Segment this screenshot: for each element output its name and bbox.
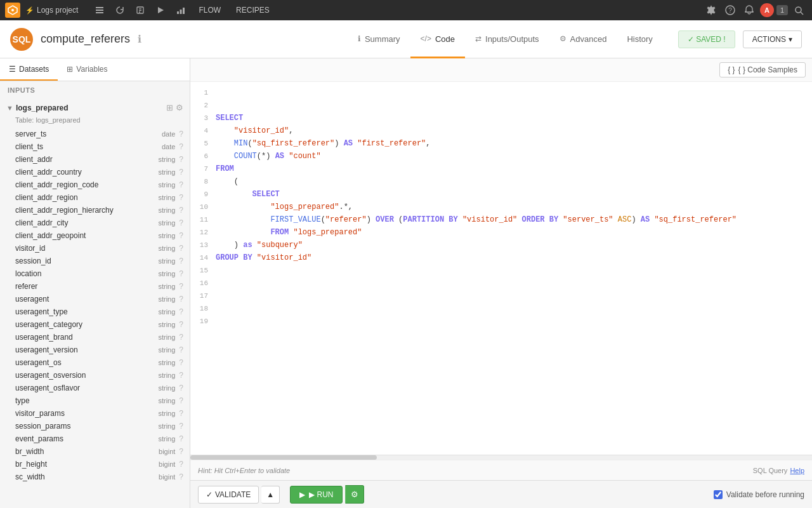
nav-logo-icon[interactable]: ⚡ — [25, 6, 34, 15]
field-row: client_addr string ? — [0, 153, 190, 166]
field-row: event_params string ? — [0, 432, 190, 445]
field-help-icon[interactable]: ? — [179, 447, 183, 456]
recipe-info-icon[interactable]: ℹ — [138, 33, 141, 45]
run-button[interactable]: ▶ ▶ RUN — [290, 486, 343, 504]
saved-button[interactable]: ✓ SAVED ! — [678, 30, 735, 48]
field-type: string — [158, 359, 175, 366]
validate-before-running: Validate before running — [714, 490, 804, 499]
field-help-icon[interactable]: ? — [179, 244, 183, 253]
scrollbar-thumb[interactable] — [190, 455, 377, 460]
tab-summary[interactable]: ℹ Summary — [348, 21, 410, 58]
field-help-icon[interactable]: ? — [179, 422, 183, 431]
code-line-8: 8 ( — [190, 176, 812, 189]
summary-icon: ℹ — [358, 34, 361, 43]
validate-button[interactable]: ✓ VALIDATE — [198, 486, 259, 504]
code-line-3: 3 SELECT — [190, 112, 812, 125]
field-help-icon[interactable]: ? — [179, 142, 183, 151]
svg-rect-12 — [183, 8, 185, 14]
tab-advanced[interactable]: ⚙ Advanced — [549, 21, 617, 58]
field-help-icon[interactable]: ? — [179, 168, 183, 177]
field-row: br_width bigint ? — [0, 445, 190, 458]
field-help-icon[interactable]: ? — [179, 460, 183, 469]
field-type: string — [158, 397, 175, 404]
field-help-icon[interactable]: ? — [179, 358, 183, 367]
field-help-icon[interactable]: ? — [179, 295, 183, 304]
field-help-icon[interactable]: ? — [179, 384, 183, 392]
horizontal-scrollbar[interactable] — [190, 455, 812, 460]
svg-rect-2 — [96, 7, 103, 8]
field-help-icon[interactable]: ? — [179, 333, 183, 342]
run-settings-button[interactable]: ⚙ — [345, 485, 364, 504]
field-name: client_addr_city — [15, 218, 154, 227]
field-name: useragent_type — [15, 307, 154, 316]
io-icon: ⇄ — [475, 34, 481, 43]
nav-recipes-btn[interactable]: RECIPES — [230, 3, 276, 17]
hint-bar: Hint: Hit Ctrl+Enter to validate SQL Que… — [190, 460, 812, 480]
dataset-header[interactable]: ▼ logs_prepared ⊞ ⚙ — [0, 99, 190, 116]
tab-history[interactable]: History — [617, 21, 662, 58]
field-help-icon[interactable]: ? — [179, 434, 183, 443]
nav-flow-btn[interactable]: FLOW — [192, 3, 227, 17]
nav-help-icon[interactable]: ? — [722, 2, 738, 18]
dataset-settings-icon[interactable]: ⚙ — [176, 103, 183, 112]
validate-checkbox[interactable] — [714, 490, 723, 499]
nav-refresh-icon[interactable] — [111, 1, 129, 19]
sidebar-tab-datasets[interactable]: ☰ Datasets — [0, 58, 58, 81]
field-help-icon[interactable]: ? — [179, 218, 183, 227]
code-line-16: 16 — [190, 277, 812, 290]
nav-edit-icon[interactable] — [131, 1, 149, 19]
code-line-15: 15 — [190, 265, 812, 277]
field-help-icon[interactable]: ? — [179, 320, 183, 329]
code-samples-button[interactable]: { } { } Code Samples — [719, 62, 806, 77]
field-row: type string ? — [0, 394, 190, 407]
nav-list-icon[interactable] — [91, 1, 108, 19]
field-help-icon[interactable]: ? — [179, 371, 183, 380]
hint-text: Hint: Hit Ctrl+Enter to validate — [198, 467, 290, 474]
field-help-icon[interactable]: ? — [179, 307, 183, 316]
dataset-grid-icon[interactable]: ⊞ — [166, 103, 173, 112]
field-help-icon[interactable]: ? — [179, 396, 183, 405]
nav-search-icon[interactable] — [790, 2, 807, 18]
field-help-icon[interactable]: ? — [179, 130, 183, 138]
code-line-12: 12 FROM "logs_prepared" — [190, 227, 812, 239]
user-avatar[interactable]: A — [760, 3, 774, 17]
field-help-icon[interactable]: ? — [179, 155, 183, 164]
actions-button[interactable]: ACTIONS ▾ — [743, 30, 802, 48]
field-type: string — [158, 270, 175, 277]
validate-dropdown-button[interactable]: ▲ — [261, 486, 280, 504]
field-help-icon[interactable]: ? — [179, 257, 183, 265]
code-line-2: 2 — [190, 100, 812, 112]
field-help-icon[interactable]: ? — [179, 282, 183, 291]
field-name: client_addr_geopoint — [15, 231, 154, 240]
code-line-5: 5 MIN("sq_first_referer") AS "first_refe… — [190, 138, 812, 150]
field-row: visitor_params string ? — [0, 407, 190, 420]
nav-chart-icon[interactable] — [172, 1, 190, 19]
nav-bell-icon[interactable] — [741, 2, 757, 18]
field-help-icon[interactable]: ? — [179, 409, 183, 418]
field-help-icon[interactable]: ? — [179, 193, 183, 202]
header-bar: SQL compute_referers ℹ ℹ Summary </> Cod… — [0, 20, 812, 58]
nav-settings-icon[interactable] — [703, 2, 719, 18]
code-editor[interactable]: 1 2 3 SELECT 4 "visitor_id", 5 MIN — [190, 82, 812, 455]
tab-code[interactable]: </> Code — [410, 21, 465, 58]
field-row: client_addr_country string ? — [0, 166, 190, 178]
sidebar-tab-variables[interactable]: ⊞ Variables — [58, 58, 116, 81]
field-help-icon[interactable]: ? — [179, 472, 183, 481]
field-help-icon[interactable]: ? — [179, 269, 183, 278]
svg-text:?: ? — [728, 7, 732, 14]
notification-badge[interactable]: 1 — [776, 5, 788, 15]
dataset-table-name: Table: logs_prepared — [0, 116, 190, 128]
help-link[interactable]: Help — [790, 467, 804, 474]
tab-inputs-outputs[interactable]: ⇄ Inputs/Outputs — [465, 21, 549, 58]
nav-play-icon[interactable] — [152, 1, 169, 19]
field-row: br_height bigint ? — [0, 458, 190, 471]
field-help-icon[interactable]: ? — [179, 231, 183, 240]
field-row: client_addr_region string ? — [0, 191, 190, 204]
field-help-icon[interactable]: ? — [179, 206, 183, 215]
main-layout: ☰ Datasets ⊞ Variables Inputs ▼ logs_pre… — [0, 58, 812, 508]
field-type: string — [158, 257, 175, 265]
field-help-icon[interactable]: ? — [179, 180, 183, 189]
field-type: string — [158, 194, 175, 201]
field-name: useragent_osversion — [15, 371, 154, 380]
field-help-icon[interactable]: ? — [179, 345, 183, 354]
